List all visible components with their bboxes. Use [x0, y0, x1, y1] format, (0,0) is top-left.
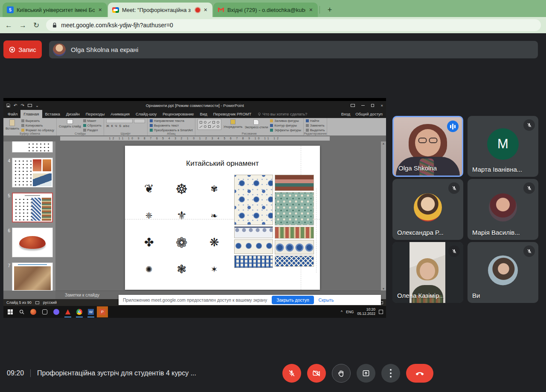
language-indicator[interactable]: русский [43, 300, 57, 305]
minimize-icon[interactable] [361, 105, 365, 106]
tray-chevron-icon[interactable]: ^ [341, 310, 343, 314]
leave-call-button[interactable] [406, 364, 433, 383]
font-size-select[interactable] [134, 119, 145, 123]
recording-badge[interactable]: Запис [3, 40, 42, 58]
slide-6-thumbnail[interactable] [12, 228, 53, 257]
ppt-tab-home[interactable]: Главная [20, 110, 42, 118]
mic-toggle-button[interactable] [282, 364, 301, 383]
layout-button[interactable]: Макет [83, 119, 102, 123]
tab-university[interactable]: 5 Київський університет імені Бор × [3, 3, 107, 17]
find-button[interactable]: Найти [306, 119, 325, 123]
close-tab-icon[interactable]: × [308, 6, 314, 13]
undo-icon[interactable]: ↶ [14, 103, 17, 108]
participant-tile-olena[interactable]: Олена Казімір... [392, 242, 463, 303]
action-center-icon[interactable] [379, 310, 383, 314]
taskbar-app-mail[interactable] [62, 306, 73, 317]
participant-tile-oleksandra[interactable]: Олександра Р... [392, 179, 463, 240]
section-button[interactable]: Раздел [83, 128, 102, 132]
shape-effects-button[interactable]: Эффекты фигуры [270, 128, 301, 132]
participant-tile-olga[interactable]: Olga Shkolna [392, 116, 463, 177]
replace-label: Заменить [310, 124, 325, 127]
replace-button[interactable]: Заменить [306, 124, 325, 127]
copy-button[interactable]: Копировать [21, 124, 54, 127]
slide-4-thumbnail[interactable] [12, 158, 53, 187]
ppt-tab-insert[interactable]: Вставка [42, 110, 63, 118]
tell-me-box[interactable]: Что вы хотите сделать? [254, 110, 311, 118]
new-slide-button[interactable]: Создать слайд [59, 119, 81, 128]
close-window-icon[interactable]: × [380, 103, 383, 108]
taskbar-app-browser[interactable] [28, 306, 39, 317]
reload-button[interactable]: ↻ [33, 22, 39, 29]
shape-fill-button[interactable]: Заливка фигуры [270, 119, 301, 123]
taskbar-app-viber[interactable] [51, 306, 62, 317]
participant-tile-maria[interactable]: Марія Василів... [468, 179, 538, 240]
slideshow-icon[interactable] [28, 104, 32, 107]
ppt-tab-transitions[interactable]: Переходы [83, 110, 108, 118]
taskbar-app-word[interactable]: W [85, 306, 96, 317]
font-style-buttons[interactable]: Ж К Ч S abc [106, 124, 145, 128]
current-slide[interactable]: Китайський орнамент ❦ ☸ ✾ ❈ ⚜ ❧ ✤ ❁ [125, 146, 320, 290]
close-tab-icon[interactable]: × [98, 6, 103, 13]
raise-hand-button[interactable] [332, 364, 351, 383]
forward-button[interactable]: → [19, 22, 26, 29]
quick-styles-button[interactable]: Экспресс-стили [244, 119, 268, 129]
align-text-button[interactable]: Выровнять текст [150, 124, 193, 127]
ppt-tab-promt[interactable]: Переводчик PROMT [210, 110, 255, 118]
ppt-tab-slideshow[interactable]: Слайд-шоу [133, 110, 160, 118]
redo-icon[interactable]: ↷ [20, 103, 24, 108]
select-button[interactable]: Выделить [306, 128, 325, 132]
screenshare-frame[interactable]: ↶ ↷ ⌄ Орнаменти.ppt [Режим совместимости… [3, 98, 386, 318]
ribbon-group-font: Ж К Ч S abc Шрифт [104, 118, 148, 135]
restore-icon[interactable] [371, 104, 374, 107]
taskbar-app-powerpoint[interactable]: P [97, 306, 108, 317]
paste-button[interactable]: Вставить [6, 119, 19, 130]
more-options-button[interactable] [381, 364, 400, 383]
new-tab-button[interactable]: + [324, 4, 335, 15]
taskbar-app-chrome[interactable] [74, 306, 85, 317]
participant-tile-you[interactable]: Ви [468, 242, 538, 303]
camera-toggle-button[interactable] [307, 364, 326, 383]
shape-outline-button[interactable]: Контур фигуры [270, 124, 301, 127]
close-tab-icon[interactable]: × [203, 6, 208, 13]
text-direction-button[interactable]: Направление текста [150, 119, 193, 123]
vertical-scrollbar[interactable]: ▲ ▼ [381, 141, 386, 291]
tab-gmail[interactable]: Вхідні (729) - o.dietochka@kubg × [213, 3, 318, 17]
shapes-gallery[interactable] [197, 119, 221, 130]
presenting-banner[interactable]: Olga Shkolna на екрані [49, 41, 538, 58]
ppt-tab-view[interactable]: Вид [197, 110, 210, 118]
hide-toast-button[interactable]: Скрыть [319, 297, 337, 303]
reset-button[interactable]: Сбросить [83, 124, 102, 127]
clock-widget[interactable]: 10:20 05.12.2022 [357, 308, 375, 316]
arrange-button[interactable]: Упорядочить [224, 119, 243, 129]
taskbar-app-phone[interactable] [39, 306, 50, 317]
ppt-tab-design[interactable]: Дизайн [63, 110, 83, 118]
slide-7-thumbnail[interactable] [12, 262, 53, 291]
search-button[interactable] [16, 306, 27, 317]
scroll-down-icon[interactable]: ▼ [382, 287, 385, 290]
participant-tile-marta[interactable]: M Марта Іванівна... [468, 116, 538, 177]
tab-meet[interactable]: Meet: "Профорієнтаційна з × [108, 3, 212, 17]
format-painter-button[interactable]: Формат по образцу [21, 128, 54, 132]
scroll-up-icon[interactable]: ▲ [382, 142, 385, 145]
display-settings-icon[interactable] [351, 104, 355, 107]
sign-in-button[interactable]: Вход [341, 112, 351, 116]
ppt-tab-file[interactable]: Файл [5, 110, 20, 118]
share-button[interactable]: Общий доступ [355, 112, 383, 116]
back-button[interactable]: ← [5, 22, 12, 29]
font-name-select[interactable] [106, 119, 133, 123]
qat-caret-icon[interactable]: ⌄ [35, 103, 39, 108]
cut-button[interactable]: Вырезать [21, 119, 54, 123]
start-button[interactable] [5, 306, 16, 317]
language-badge[interactable]: ENG [346, 310, 354, 314]
ppt-tab-review[interactable]: Рецензирование [160, 110, 197, 118]
smartart-button[interactable]: Преобразовать в SmartArt [150, 128, 193, 132]
ppt-tab-animations[interactable]: Анимация [107, 110, 133, 118]
slide-3-thumbnail[interactable] [12, 141, 53, 153]
present-screen-button[interactable] [357, 364, 375, 383]
slide-5-thumbnail-selected[interactable] [12, 193, 53, 222]
address-bar[interactable]: meet.google.com/ksk-ydjw-fjh?authuser=0 [46, 19, 541, 31]
meeting-info: 09:20 Профорієнтаційна зустріч для студе… [7, 369, 196, 377]
save-icon[interactable] [6, 104, 10, 107]
stop-sharing-button[interactable]: Закрыть доступ [272, 296, 314, 304]
text-direction-icon [150, 119, 153, 122]
